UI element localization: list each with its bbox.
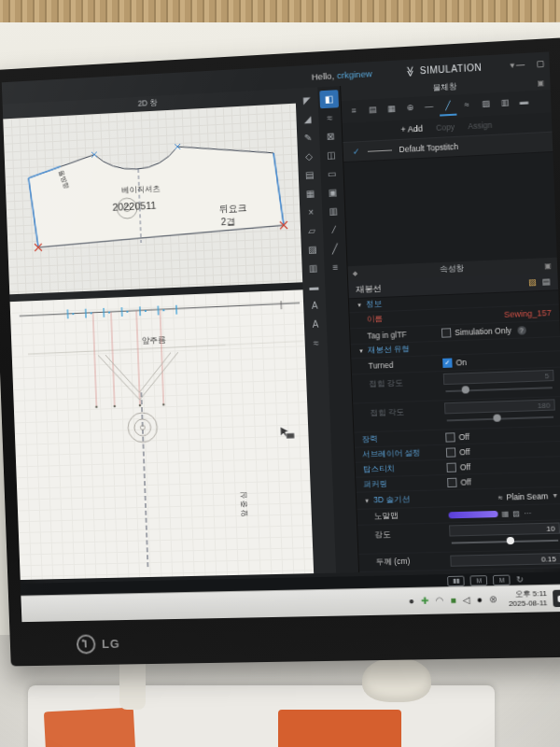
grading-tool-icon[interactable]: ▦: [301, 184, 320, 203]
puckering-checkbox[interactable]: [447, 477, 457, 486]
popout-icon[interactable]: ▣: [544, 261, 552, 270]
orange-object: [44, 708, 135, 747]
trace-tool-icon[interactable]: ▱: [302, 221, 322, 240]
text-tool-icon[interactable]: A: [305, 296, 325, 315]
pattern-style-name: 베이직셔츠: [121, 184, 161, 195]
username[interactable]: crkginew: [337, 68, 372, 80]
turned-checkbox[interactable]: ✓: [442, 359, 453, 368]
collapse-icon[interactable]: ◆: [353, 270, 358, 277]
intensity-label: 강도: [374, 529, 391, 541]
garment-fit-tool-icon[interactable]: ▥: [324, 202, 343, 220]
tray-volume-icon[interactable]: ◁: [463, 596, 470, 605]
sublayer-state: Off: [459, 446, 470, 456]
tray-pen-icon[interactable]: ●: [477, 595, 483, 604]
monitor-logo: LG: [77, 634, 120, 655]
lg-circle-icon: [77, 634, 96, 654]
clone-tool-icon[interactable]: ▤: [300, 165, 319, 184]
mode-badge: M: [470, 575, 488, 586]
tray-health-icon[interactable]: ✚: [421, 597, 429, 606]
segment-sewing-tool-icon[interactable]: ◧: [319, 90, 339, 108]
open-preset-icon[interactable]: ▨: [528, 277, 537, 287]
transform-tool-icon[interactable]: ◤: [297, 91, 316, 109]
fabric-tab-icon[interactable]: ▤: [364, 101, 382, 120]
fill-tool-icon[interactable]: ▨: [303, 240, 323, 259]
tape-roll: [362, 657, 431, 702]
open-file-icon[interactable]: ▨: [512, 509, 520, 517]
free-sewing-tool-icon[interactable]: ≈: [320, 108, 340, 127]
greeting-text: Hello,: [312, 70, 335, 81]
pattern-canvas-bottom[interactable]: 앞주름: [10, 289, 315, 580]
cut-tool-icon[interactable]: ×: [301, 203, 321, 221]
assign-button[interactable]: Assign: [468, 120, 492, 131]
fold-angle-input[interactable]: [444, 399, 555, 414]
add-button[interactable]: + Add: [400, 124, 423, 134]
seamtape-tab-icon[interactable]: ▬: [515, 93, 533, 112]
pattern-top-edge[interactable]: [20, 303, 301, 316]
object-list-empty-area[interactable]: [343, 152, 556, 266]
pattern-canvas-top[interactable]: 베이직셔츠 20220511 뒤요크 2겹 올방향: [3, 104, 302, 295]
steam-iron-tool-icon[interactable]: ▭: [322, 164, 342, 183]
tray-dot-icon[interactable]: ●: [409, 597, 414, 606]
topstitch-checkbox[interactable]: [446, 462, 456, 472]
intensity-input[interactable]: [449, 522, 560, 536]
copy-button[interactable]: Copy: [436, 122, 455, 133]
mode-switcher[interactable]: ≪ SIMULATION: [403, 61, 482, 78]
minimize-button[interactable]: —: [516, 60, 525, 70]
pattern-piece-label: 뒤요크: [219, 203, 247, 214]
sublayer-label: 서브레이어 설정: [362, 447, 421, 460]
name-value[interactable]: Sewing_157: [441, 308, 552, 322]
pin-tool-icon[interactable]: ⁄: [325, 220, 344, 239]
sync-icon[interactable]: ↻: [516, 574, 524, 584]
tray-safely-remove-icon[interactable]: ⊗: [489, 595, 497, 604]
seam3d-dropdown[interactable]: ≈ Plain Seam ▼: [448, 490, 559, 502]
button-tab-icon[interactable]: ⊕: [401, 99, 419, 118]
notification-center-button[interactable]: [553, 589, 560, 607]
popout-icon[interactable]: ▣: [537, 78, 544, 88]
fold-angle-label: 접힘 각도: [370, 407, 404, 419]
intensity-slider[interactable]: [450, 536, 560, 547]
shirring-tool-icon[interactable]: ≈: [306, 333, 326, 352]
edit-pattern-tool-icon[interactable]: ◢: [298, 109, 317, 128]
tray-app-icon[interactable]: ■: [450, 596, 456, 605]
puckering-tab-icon[interactable]: ≈: [458, 96, 476, 115]
mode-label: SIMULATION: [420, 62, 483, 76]
fold-strength-slider[interactable]: [443, 383, 554, 395]
notch-tool-icon[interactable]: ▬: [304, 277, 324, 296]
texture-grid-icon[interactable]: ▦: [501, 509, 509, 517]
seam-allowance-tool-icon[interactable]: ▥: [303, 259, 323, 277]
annotation-tool-icon[interactable]: A: [306, 315, 326, 333]
solidify-tool-icon[interactable]: ▣: [323, 183, 343, 202]
tray-wifi-icon[interactable]: ◠: [435, 596, 443, 605]
more-options-icon[interactable]: ···: [524, 508, 532, 516]
fold-arrangement-tool-icon[interactable]: ◫: [322, 146, 342, 164]
scene-tab-icon[interactable]: ≡: [345, 102, 363, 120]
fold-angle-slider[interactable]: [445, 413, 556, 425]
topstitch-line-swatch: [367, 149, 391, 151]
buttonhole-tab-icon[interactable]: —: [420, 98, 438, 117]
graphic-tab-icon[interactable]: ▦: [383, 100, 400, 119]
trim-tab-icon[interactable]: ▥: [496, 94, 513, 113]
close-button[interactable]: ✕: [555, 58, 560, 68]
dart-tool-icon[interactable]: ◇: [300, 147, 319, 165]
restore-button[interactable]: ▢: [536, 59, 544, 69]
simulation-only-checkbox[interactable]: [441, 328, 452, 337]
account-greeting[interactable]: Hello, crkginew: [312, 68, 372, 82]
stitch-line-tool-icon[interactable]: ╱: [325, 239, 344, 258]
pen-tool-icon[interactable]: ✎: [299, 128, 318, 147]
normalmap-swatch[interactable]: [448, 510, 497, 517]
topstitch-tab-icon[interactable]: ╱: [439, 97, 456, 116]
mn-sewing-tool-icon[interactable]: ⊠: [321, 127, 341, 146]
tension-checkbox[interactable]: [445, 432, 455, 442]
sublayer-checkbox[interactable]: [446, 447, 456, 457]
pattern-ply-label: 2겹: [221, 217, 236, 228]
seam-wave-icon: ≈: [498, 492, 503, 501]
lg-monitor: Hello, crkginew ≪ SIMULATION ▼ — ▢ ✕ 2D …: [0, 37, 560, 666]
topstitch-line-tool-icon[interactable]: ≡: [326, 258, 345, 276]
taskbar-clock[interactable]: 오후 5:11 2025-08-11: [509, 589, 548, 608]
help-icon[interactable]: ?: [517, 326, 526, 334]
save-preset-icon[interactable]: ▤: [542, 276, 551, 287]
thickness-input[interactable]: [450, 553, 560, 567]
yoke-pattern-outline[interactable]: [28, 141, 285, 247]
front-pattern-drawing: 앞주름: [10, 289, 315, 580]
zipper-tab-icon[interactable]: ▨: [477, 95, 495, 114]
